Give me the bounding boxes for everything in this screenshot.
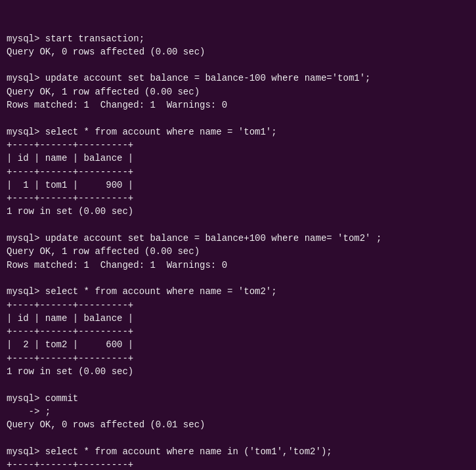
terminal-window: mysql> start transaction; Query OK, 0 ro… [0, 0, 476, 470]
terminal-content: mysql> start transaction; Query OK, 0 ro… [7, 32, 469, 470]
